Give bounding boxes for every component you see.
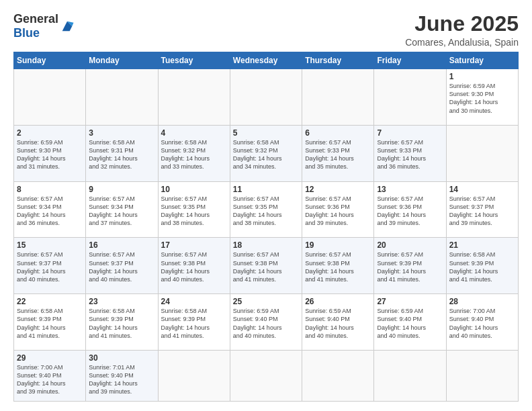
day-number: 30 [89, 353, 154, 363]
day-cell-12: 12 Sunrise: 6:57 AMSunset: 9:36 PMDaylig… [302, 181, 374, 238]
subtitle: Comares, Andalusia, Spain [405, 37, 519, 48]
calendar-header-row: Sunday Monday Tuesday Wednesday Thursday… [14, 52, 519, 69]
calendar-table: Sunday Monday Tuesday Wednesday Thursday… [13, 52, 519, 402]
day-number: 1 [449, 72, 515, 81]
day-number: 29 [17, 353, 83, 363]
day-info: Sunrise: 6:57 AMSunset: 9:36 PMDaylight:… [305, 195, 354, 226]
day-number: 19 [305, 240, 371, 250]
empty-cell [158, 69, 230, 126]
day-info: Sunrise: 6:57 AMSunset: 9:37 PMDaylight:… [17, 251, 66, 282]
day-info: Sunrise: 6:57 AMSunset: 9:38 PMDaylight:… [233, 251, 282, 282]
day-cell-30: 30 Sunrise: 7:01 AMSunset: 9:40 PMDaylig… [86, 351, 158, 402]
day-number: 26 [305, 297, 371, 306]
empty-cell [230, 351, 302, 402]
col-friday: Friday [374, 52, 446, 69]
day-info: Sunrise: 6:58 AMSunset: 9:32 PMDaylight:… [161, 139, 210, 170]
day-number: 27 [377, 297, 443, 306]
logo-general: General [13, 12, 58, 26]
day-number: 9 [89, 185, 154, 194]
week-row-4: 15 Sunrise: 6:57 AMSunset: 9:37 PMDaylig… [14, 238, 519, 294]
col-sunday: Sunday [14, 52, 86, 69]
day-number: 23 [89, 297, 154, 306]
day-number: 16 [89, 240, 154, 250]
day-cell-6: 6 Sunrise: 6:57 AMSunset: 9:33 PMDayligh… [302, 125, 374, 181]
day-cell-10: 10 Sunrise: 6:57 AMSunset: 9:35 PMDaylig… [158, 181, 230, 238]
day-number: 5 [233, 128, 299, 138]
day-cell-16: 16 Sunrise: 6:57 AMSunset: 9:37 PMDaylig… [86, 238, 158, 294]
day-number: 22 [17, 297, 83, 306]
empty-cell [446, 125, 518, 181]
day-cell-5: 5 Sunrise: 6:58 AMSunset: 9:32 PMDayligh… [230, 125, 302, 181]
day-info: Sunrise: 6:58 AMSunset: 9:39 PMDaylight:… [89, 308, 138, 338]
title-block: June 2025 Comares, Andalusia, Spain [405, 12, 519, 48]
day-number: 21 [449, 240, 515, 250]
day-info: Sunrise: 6:57 AMSunset: 9:34 PMDaylight:… [89, 195, 138, 226]
col-thursday: Thursday [302, 52, 374, 69]
week-row-2: 2 Sunrise: 6:59 AMSunset: 9:30 PMDayligh… [14, 125, 519, 181]
day-cell-28: 28 Sunrise: 7:00 AMSunset: 9:40 PMDaylig… [446, 294, 518, 351]
day-cell-26: 26 Sunrise: 6:59 AMSunset: 9:40 PMDaylig… [302, 294, 374, 351]
day-cell-27: 27 Sunrise: 6:59 AMSunset: 9:40 PMDaylig… [374, 294, 446, 351]
day-number: 15 [17, 240, 83, 250]
day-cell-17: 17 Sunrise: 6:57 AMSunset: 9:38 PMDaylig… [158, 238, 230, 294]
week-row-6: 29 Sunrise: 7:00 AMSunset: 9:40 PMDaylig… [14, 351, 519, 402]
day-number: 4 [161, 128, 227, 138]
day-number: 12 [305, 185, 371, 194]
day-info: Sunrise: 6:57 AMSunset: 9:33 PMDaylight:… [377, 139, 426, 170]
day-info: Sunrise: 7:00 AMSunset: 9:40 PMDaylight:… [17, 364, 66, 395]
day-cell-2: 2 Sunrise: 6:59 AMSunset: 9:30 PMDayligh… [14, 125, 86, 181]
day-number: 14 [449, 185, 515, 194]
day-cell-15: 15 Sunrise: 6:57 AMSunset: 9:37 PMDaylig… [14, 238, 86, 294]
empty-cell [446, 351, 518, 402]
day-info: Sunrise: 6:58 AMSunset: 9:39 PMDaylight:… [17, 308, 66, 338]
day-number: 3 [89, 128, 154, 138]
day-cell-7: 7 Sunrise: 6:57 AMSunset: 9:33 PMDayligh… [374, 125, 446, 181]
day-number: 13 [377, 185, 443, 194]
day-info: Sunrise: 6:59 AMSunset: 9:40 PMDaylight:… [305, 308, 354, 338]
day-info: Sunrise: 6:57 AMSunset: 9:37 PMDaylight:… [449, 195, 498, 226]
day-info: Sunrise: 6:57 AMSunset: 9:35 PMDaylight:… [233, 195, 282, 226]
empty-cell [374, 69, 446, 126]
day-cell-21: 21 Sunrise: 6:58 AMSunset: 9:39 PMDaylig… [446, 238, 518, 294]
day-cell-11: 11 Sunrise: 6:57 AMSunset: 9:35 PMDaylig… [230, 181, 302, 238]
day-number: 24 [161, 297, 227, 306]
logo: General Blue [13, 12, 75, 40]
day-number: 17 [161, 240, 227, 250]
day-cell-19: 19 Sunrise: 6:57 AMSunset: 9:38 PMDaylig… [302, 238, 374, 294]
col-tuesday: Tuesday [158, 52, 230, 69]
day-info: Sunrise: 6:57 AMSunset: 9:37 PMDaylight:… [89, 251, 138, 282]
day-cell-1: 1 Sunrise: 6:59 AMSunset: 9:30 PMDayligh… [446, 69, 518, 126]
day-info: Sunrise: 7:01 AMSunset: 9:40 PMDaylight:… [89, 364, 138, 395]
day-cell-24: 24 Sunrise: 6:58 AMSunset: 9:39 PMDaylig… [158, 294, 230, 351]
day-number: 6 [305, 128, 371, 138]
day-number: 28 [449, 297, 515, 306]
day-info: Sunrise: 6:57 AMSunset: 9:33 PMDaylight:… [305, 139, 354, 170]
day-cell-14: 14 Sunrise: 6:57 AMSunset: 9:37 PMDaylig… [446, 181, 518, 238]
day-cell-18: 18 Sunrise: 6:57 AMSunset: 9:38 PMDaylig… [230, 238, 302, 294]
main-title: June 2025 [405, 12, 519, 36]
empty-cell [14, 69, 86, 126]
day-number: 7 [377, 128, 443, 138]
day-cell-29: 29 Sunrise: 7:00 AMSunset: 9:40 PMDaylig… [14, 351, 86, 402]
day-cell-4: 4 Sunrise: 6:58 AMSunset: 9:32 PMDayligh… [158, 125, 230, 181]
week-row-5: 22 Sunrise: 6:58 AMSunset: 9:39 PMDaylig… [14, 294, 519, 351]
day-number: 10 [161, 185, 227, 194]
day-info: Sunrise: 6:59 AMSunset: 9:40 PMDaylight:… [377, 308, 426, 338]
empty-cell [302, 69, 374, 126]
day-cell-22: 22 Sunrise: 6:58 AMSunset: 9:39 PMDaylig… [14, 294, 86, 351]
day-cell-3: 3 Sunrise: 6:58 AMSunset: 9:31 PMDayligh… [86, 125, 158, 181]
day-info: Sunrise: 6:58 AMSunset: 9:31 PMDaylight:… [89, 139, 138, 170]
week-row-1: 1 Sunrise: 6:59 AMSunset: 9:30 PMDayligh… [14, 69, 519, 126]
day-cell-8: 8 Sunrise: 6:57 AMSunset: 9:34 PMDayligh… [14, 181, 86, 238]
page: General Blue June 2025 Comares, Andalusi… [0, 0, 532, 411]
day-number: 20 [377, 240, 443, 250]
day-info: Sunrise: 6:58 AMSunset: 9:32 PMDaylight:… [233, 139, 282, 170]
day-number: 8 [17, 185, 83, 194]
day-info: Sunrise: 6:58 AMSunset: 9:39 PMDaylight:… [449, 251, 498, 282]
day-number: 18 [233, 240, 299, 250]
day-info: Sunrise: 6:57 AMSunset: 9:36 PMDaylight:… [377, 195, 426, 226]
day-info: Sunrise: 6:59 AMSunset: 9:40 PMDaylight:… [233, 308, 282, 338]
day-info: Sunrise: 6:58 AMSunset: 9:39 PMDaylight:… [161, 308, 210, 338]
day-cell-25: 25 Sunrise: 6:59 AMSunset: 9:40 PMDaylig… [230, 294, 302, 351]
day-number: 25 [233, 297, 299, 306]
